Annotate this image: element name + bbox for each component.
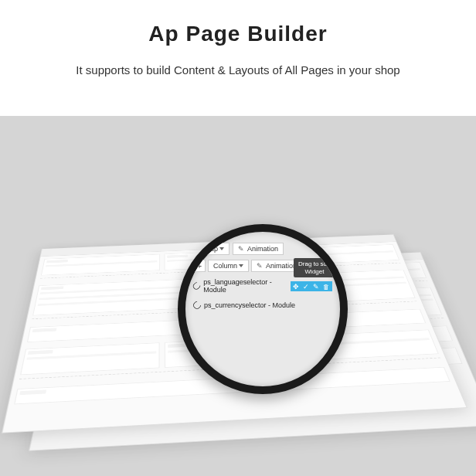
- column-dropdown[interactable]: Column: [208, 260, 249, 272]
- chevron-down-icon: [219, 247, 224, 250]
- animation-button-1[interactable]: Animation: [233, 243, 284, 255]
- widget-actions: [291, 281, 332, 291]
- module-1-label: ps_languageselector - Module: [203, 278, 287, 294]
- module-row-2[interactable]: ps_currencyselector - Module: [193, 301, 332, 309]
- page-title: Ap Page Builder: [0, 22, 476, 46]
- pencil-icon: [238, 245, 246, 253]
- hook-icon: [192, 280, 202, 291]
- drag-tooltip: Drag to sort Widget: [294, 258, 335, 277]
- animation-label-2: Animation: [266, 262, 297, 270]
- pencil-icon: [257, 262, 264, 270]
- edit-icon[interactable]: [313, 283, 320, 290]
- delete-icon[interactable]: [323, 283, 330, 290]
- add-button[interactable]: +: [193, 260, 206, 272]
- module-2-label: ps_currencyselector - Module: [204, 301, 295, 309]
- page-subtitle: It supports to build Content & Layouts o…: [0, 63, 476, 76]
- move-icon[interactable]: [293, 283, 300, 290]
- module-row-1[interactable]: ps_languageselector - Module: [193, 278, 332, 294]
- chevron-down-icon: [239, 264, 243, 267]
- animation-label-1: Animation: [247, 245, 278, 253]
- preview-area: Group Animation + Column Animation: [0, 116, 476, 476]
- column-label: Column: [213, 262, 237, 270]
- magnifier-lens: Group Animation + Column Animation: [178, 224, 348, 394]
- hook-icon: [192, 300, 202, 311]
- check-icon[interactable]: [303, 283, 310, 290]
